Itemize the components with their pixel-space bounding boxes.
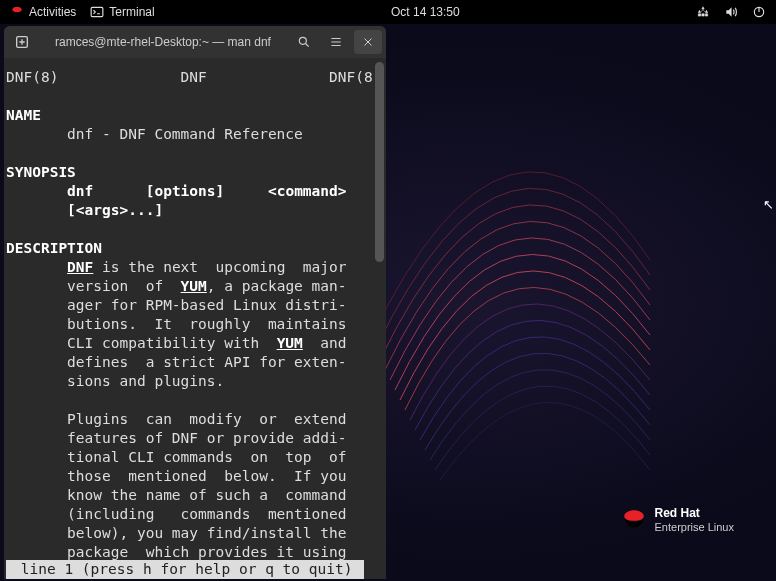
terminal-app-icon xyxy=(90,5,104,19)
desktop-wallpaper-swirl xyxy=(350,80,670,510)
focused-app-indicator[interactable]: Terminal xyxy=(90,5,154,19)
section-synopsis: SYNOPSIS xyxy=(6,164,76,180)
terminal-window: ramces@mte-rhel-Desktop:~ — man dnf DNF(… xyxy=(4,26,386,579)
svg-rect-0 xyxy=(92,7,104,16)
terminal-content[interactable]: DNF(8) DNF DNF(8) NAME dnf - DNF Command… xyxy=(4,58,386,579)
network-icon[interactable] xyxy=(696,5,710,19)
svg-line-5 xyxy=(306,44,309,47)
close-button[interactable] xyxy=(354,30,382,54)
terminal-scrollbar[interactable] xyxy=(372,58,386,579)
section-name: NAME xyxy=(6,107,41,123)
new-tab-button[interactable] xyxy=(8,30,36,54)
focused-app-label: Terminal xyxy=(109,5,154,19)
name-line: dnf - DNF Command Reference xyxy=(6,125,380,144)
search-button[interactable] xyxy=(290,30,318,54)
pager-status-line: line 1 (press h for help or q to quit) xyxy=(6,560,364,579)
power-icon[interactable] xyxy=(752,5,766,19)
brand-line2: Enterprise Linux xyxy=(655,521,735,533)
mouse-cursor-icon: ↖ xyxy=(763,197,774,212)
man-header-left: DNF(8) xyxy=(6,69,58,85)
clock[interactable]: Oct 14 13:50 xyxy=(391,5,460,19)
activities-button[interactable]: Activities xyxy=(10,5,76,19)
scrollbar-thumb[interactable] xyxy=(375,62,384,262)
svg-point-4 xyxy=(299,37,306,44)
redhat-logo-icon xyxy=(10,5,24,19)
volume-icon[interactable] xyxy=(724,5,738,19)
section-description: DESCRIPTION xyxy=(6,240,102,256)
menu-button[interactable] xyxy=(322,30,350,54)
gnome-top-bar: Activities Terminal Oct 14 13:50 xyxy=(0,0,776,24)
redhat-branding: Red Hat Enterprise Linux xyxy=(621,507,735,533)
man-header-center: DNF xyxy=(181,69,207,85)
terminal-tab-title: ramces@mte-rhel-Desktop:~ — man dnf xyxy=(40,35,286,49)
brand-line1: Red Hat xyxy=(655,507,735,520)
terminal-header-bar: ramces@mte-rhel-Desktop:~ — man dnf xyxy=(4,26,386,58)
activities-label: Activities xyxy=(29,5,76,19)
redhat-fedora-icon xyxy=(621,507,647,533)
